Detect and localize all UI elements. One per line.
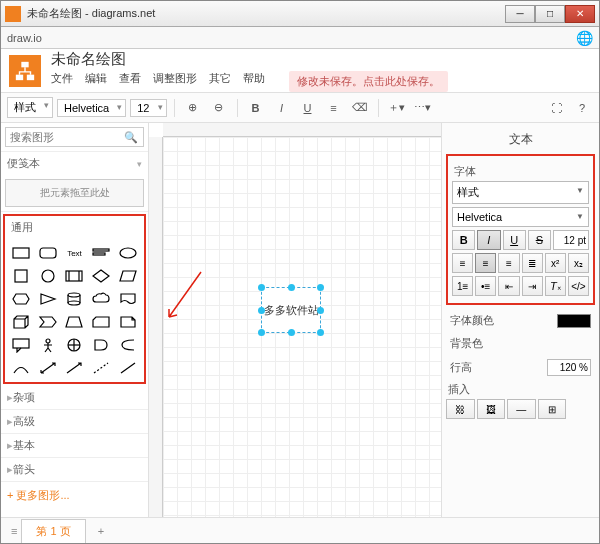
resize-handle[interactable] <box>258 329 265 336</box>
indent-button[interactable]: ⇥ <box>522 276 543 296</box>
align-button[interactable]: ≡ <box>323 97 345 119</box>
italic-button[interactable]: I <box>477 230 500 250</box>
underline-button[interactable]: U <box>503 230 526 250</box>
shape-rect[interactable] <box>9 243 33 263</box>
shape-note[interactable] <box>116 312 140 332</box>
resize-handle[interactable] <box>317 329 324 336</box>
shape-biarrow[interactable] <box>36 358 60 378</box>
scratchpad-dropzone[interactable]: 把元素拖至此处 <box>5 179 144 207</box>
canvas-area[interactable]: 多多软件站 <box>149 123 441 517</box>
section-advanced[interactable]: ▸ 高级 <box>1 410 148 433</box>
save-warning[interactable]: 修改未保存。点击此处保存。 <box>289 71 448 92</box>
shape-datastore[interactable] <box>116 335 140 355</box>
list-ordered-button[interactable]: 1≡ <box>452 276 473 296</box>
insert-hr-button[interactable]: — <box>507 399 536 419</box>
fontsize-input[interactable] <box>553 230 589 250</box>
lineheight-input[interactable] <box>547 359 591 376</box>
document-title[interactable]: 未命名绘图 <box>51 50 448 69</box>
outdent-button[interactable]: ⇤ <box>498 276 519 296</box>
shape-hexagon[interactable] <box>9 289 33 309</box>
menu-edit[interactable]: 编辑 <box>85 71 107 92</box>
globe-icon[interactable]: 🌐 <box>576 30 593 46</box>
shape-cube[interactable] <box>9 312 33 332</box>
menu-file[interactable]: 文件 <box>51 71 73 92</box>
section-scratchpad[interactable]: 便笺本 ▾ <box>1 152 148 175</box>
shape-card[interactable] <box>89 312 113 332</box>
fontname-dropdown[interactable]: Helvetica <box>452 207 589 227</box>
insert-link-button[interactable]: ⛓ <box>446 399 475 419</box>
bold-button[interactable]: B <box>452 230 475 250</box>
subscript-button[interactable]: x₂ <box>568 253 589 273</box>
menu-help[interactable]: 帮助 <box>243 71 265 92</box>
fontsize-select[interactable]: 12 <box>130 99 166 117</box>
resize-handle[interactable] <box>258 307 265 314</box>
list-button[interactable]: ⋯▾ <box>412 97 434 119</box>
shape-actor[interactable] <box>36 335 60 355</box>
insert-image-button[interactable]: 🖼 <box>477 399 506 419</box>
style-dropdown[interactable]: 样式 <box>452 181 589 204</box>
resize-handle[interactable] <box>258 284 265 291</box>
superscript-button[interactable]: x² <box>545 253 566 273</box>
italic-button[interactable]: I <box>271 97 293 119</box>
shape-parallelogram[interactable] <box>116 266 140 286</box>
pages-menu-icon[interactable]: ≡ <box>7 521 21 541</box>
shape-circle[interactable] <box>36 266 60 286</box>
shape-diamond[interactable] <box>89 266 113 286</box>
more-shapes-button[interactable]: + 更多图形... <box>1 482 148 509</box>
shape-trapezoid[interactable] <box>63 312 87 332</box>
align-right-button[interactable]: ≡ <box>498 253 519 273</box>
clear-format-button[interactable]: Tₓ <box>545 276 566 296</box>
shape-process[interactable] <box>63 266 87 286</box>
shape-step[interactable] <box>36 312 60 332</box>
list-unordered-button[interactable]: •≡ <box>475 276 496 296</box>
section-general[interactable]: 通用 <box>5 216 144 239</box>
maximize-button[interactable]: □ <box>535 5 565 23</box>
minimize-button[interactable]: ─ <box>505 5 535 23</box>
clear-format-button[interactable]: ⌫ <box>349 97 371 119</box>
html-button[interactable]: </> <box>568 276 589 296</box>
zoom-out-icon[interactable]: ⊖ <box>208 97 230 119</box>
menu-extras[interactable]: 其它 <box>209 71 231 92</box>
resize-handle[interactable] <box>317 284 324 291</box>
font-select[interactable]: Helvetica <box>57 99 126 117</box>
close-button[interactable]: ✕ <box>565 5 595 23</box>
underline-button[interactable]: U <box>297 97 319 119</box>
fontcolor-swatch[interactable] <box>557 314 591 328</box>
align-justify-button[interactable]: ≣ <box>522 253 543 273</box>
shape-cloud[interactable] <box>89 289 113 309</box>
menu-arrange[interactable]: 调整图形 <box>153 71 197 92</box>
shape-document[interactable] <box>116 289 140 309</box>
resize-handle[interactable] <box>288 329 295 336</box>
shape-and[interactable] <box>89 335 113 355</box>
canvas-grid[interactable]: 多多软件站 <box>163 137 441 517</box>
search-icon[interactable]: 🔍 <box>124 131 138 144</box>
style-select[interactable]: 样式 <box>7 97 53 118</box>
help-icon[interactable]: ? <box>571 97 593 119</box>
shape-line[interactable] <box>116 358 140 378</box>
align-left-button[interactable]: ≡ <box>452 253 473 273</box>
shape-arrow[interactable] <box>63 358 87 378</box>
shape-textbox[interactable] <box>89 243 113 263</box>
fullscreen-icon[interactable]: ⛶ <box>545 97 567 119</box>
shape-text[interactable]: 多多软件站 <box>264 303 319 318</box>
shape-callout[interactable] <box>9 335 33 355</box>
shape-or[interactable] <box>63 335 87 355</box>
section-arrows[interactable]: ▸ 箭头 <box>1 458 148 481</box>
insert-table-button[interactable]: ⊞ <box>538 399 567 419</box>
menu-view[interactable]: 查看 <box>119 71 141 92</box>
selected-shape[interactable]: 多多软件站 <box>261 287 321 333</box>
shape-cylinder[interactable] <box>63 289 87 309</box>
logo-icon[interactable] <box>9 55 41 87</box>
shape-text[interactable]: Text <box>63 243 87 263</box>
shape-roundrect[interactable] <box>36 243 60 263</box>
resize-handle[interactable] <box>317 307 324 314</box>
add-button[interactable]: ＋▾ <box>386 97 408 119</box>
shape-triangle[interactable] <box>36 289 60 309</box>
shape-curve[interactable] <box>9 358 33 378</box>
add-page-button[interactable]: + <box>88 521 114 541</box>
section-misc[interactable]: ▸ 杂项 <box>1 386 148 409</box>
shape-square[interactable] <box>9 266 33 286</box>
shape-ellipse[interactable] <box>116 243 140 263</box>
bold-button[interactable]: B <box>245 97 267 119</box>
resize-handle[interactable] <box>288 284 295 291</box>
